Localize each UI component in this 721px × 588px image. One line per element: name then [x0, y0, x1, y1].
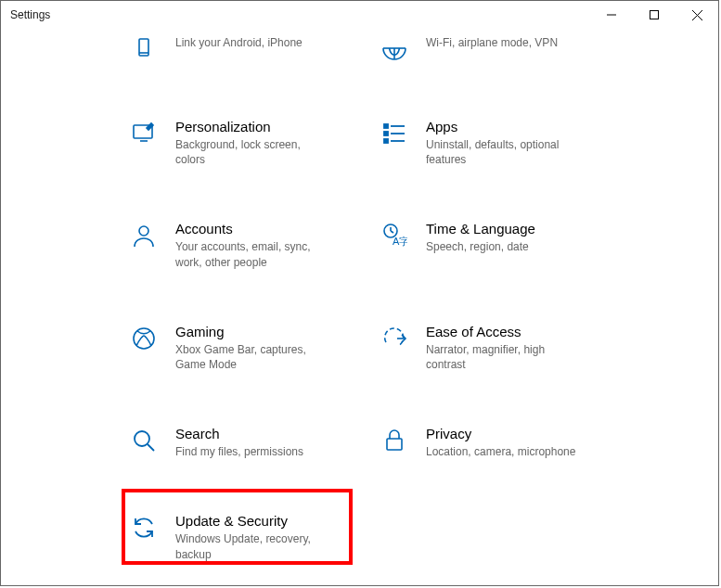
ease-of-access-icon	[380, 324, 409, 353]
tile-apps[interactable]: Apps Uninstall, defaults, optional featu…	[380, 119, 630, 167]
svg-point-23	[135, 431, 149, 446]
svg-point-16	[139, 226, 148, 236]
globe-icon	[380, 35, 409, 65]
settings-grid: Link your Android, iPhone Wi-Fi, airplan…	[1, 29, 718, 562]
tile-ease[interactable]: Ease of Access Narrator, magnifier, high…	[380, 324, 630, 372]
tile-apps-desc: Uninstall, defaults, optional features	[426, 137, 584, 167]
tile-network-desc: Wi-Fi, airplane mode, VPN	[426, 35, 584, 50]
settings-window: Settings	[0, 0, 719, 586]
titlebar: Settings	[1, 1, 718, 29]
svg-rect-12	[384, 139, 388, 143]
tile-search-desc: Find my files, permissions	[175, 444, 333, 459]
paintbrush-icon	[129, 119, 159, 148]
tile-accounts-desc: Your accounts, email, sync, work, other …	[175, 239, 333, 269]
tile-time-desc: Speech, region, date	[426, 239, 584, 254]
svg-line-24	[148, 444, 154, 451]
time-language-icon: A字	[380, 221, 409, 250]
person-icon	[129, 221, 159, 250]
lock-icon	[380, 426, 409, 455]
tile-update-security[interactable]: Update & Security Windows Update, recove…	[129, 513, 380, 561]
tile-search-title: Search	[175, 426, 380, 442]
svg-rect-25	[387, 439, 402, 450]
xbox-icon	[129, 324, 159, 353]
minimize-button[interactable]	[590, 1, 633, 29]
search-icon	[129, 426, 159, 455]
close-button[interactable]	[676, 1, 718, 29]
tile-apps-title: Apps	[426, 119, 630, 135]
tile-personalization-title: Personalization	[175, 119, 380, 135]
tile-ease-desc: Narrator, magnifier, high contrast	[426, 342, 584, 372]
window-controls	[590, 1, 718, 29]
tile-accounts[interactable]: Accounts Your accounts, email, sync, wor…	[129, 221, 380, 269]
tile-gaming-title: Gaming	[175, 324, 380, 340]
tile-time[interactable]: A字 Time & Language Speech, region, date	[380, 221, 630, 269]
tile-accounts-title: Accounts	[175, 221, 380, 237]
svg-text:A字: A字	[393, 236, 407, 247]
tile-privacy[interactable]: Privacy Location, camera, microphone	[380, 426, 630, 459]
phone-icon	[129, 35, 159, 65]
settings-content: Link your Android, iPhone Wi-Fi, airplan…	[1, 29, 718, 585]
svg-rect-1	[650, 11, 659, 19]
tile-personalization[interactable]: Personalization Background, lock screen,…	[129, 119, 380, 167]
tile-ease-title: Ease of Access	[426, 324, 630, 340]
tile-privacy-desc: Location, camera, microphone	[426, 444, 584, 459]
tile-personalization-desc: Background, lock screen, colors	[175, 137, 333, 167]
empty-cell	[380, 513, 630, 561]
tile-phone-desc: Link your Android, iPhone	[175, 35, 333, 50]
tile-network[interactable]: Wi-Fi, airplane mode, VPN	[380, 35, 630, 65]
svg-rect-11	[384, 132, 388, 135]
tile-phone[interactable]: Link your Android, iPhone	[129, 35, 380, 65]
tile-gaming[interactable]: Gaming Xbox Game Bar, captures, Game Mod…	[129, 324, 380, 372]
tile-time-title: Time & Language	[426, 221, 630, 237]
tile-update-desc: Windows Update, recovery, backup	[175, 531, 333, 561]
tile-gaming-desc: Xbox Game Bar, captures, Game Mode	[175, 342, 333, 372]
svg-line-19	[391, 231, 393, 233]
window-title: Settings	[10, 8, 50, 21]
svg-rect-10	[384, 124, 388, 128]
tile-update-title: Update & Security	[175, 513, 380, 530]
tile-search[interactable]: Search Find my files, permissions	[129, 426, 380, 459]
sync-icon	[129, 513, 159, 543]
apps-icon	[380, 119, 409, 148]
tile-privacy-title: Privacy	[426, 426, 630, 442]
maximize-button[interactable]	[633, 1, 676, 29]
